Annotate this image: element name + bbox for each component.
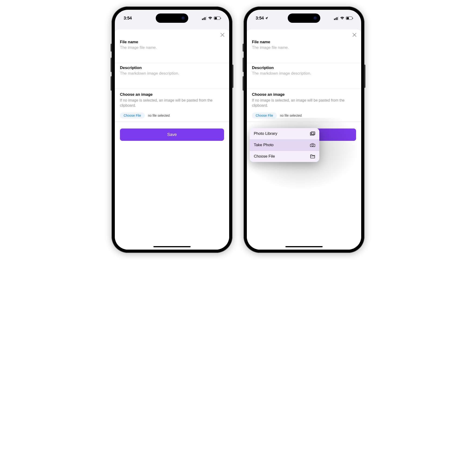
filename-field: File name	[115, 37, 229, 63]
modal-sheet: File name Description Choose an image If…	[247, 30, 361, 250]
svg-point-2	[311, 133, 312, 134]
filename-label: File name	[252, 40, 356, 44]
photos-icon	[310, 131, 315, 136]
filename-input[interactable]	[252, 45, 356, 50]
choose-image-section: Choose an image If no image is selected,…	[115, 89, 229, 122]
status-time: 3:54	[256, 16, 264, 21]
wifi-icon	[208, 17, 212, 20]
filename-label: File name	[120, 40, 224, 44]
close-icon	[353, 33, 356, 37]
cell-signal-icon	[202, 17, 207, 20]
side-button	[111, 76, 112, 91]
file-picker-menu: Photo Library Take Photo Choose File	[250, 128, 319, 162]
device-frame-left: 3:54 File name Description	[112, 6, 232, 253]
screen-left: 3:54 File name Description	[115, 10, 229, 250]
side-button	[111, 58, 112, 72]
battery-icon	[214, 17, 220, 20]
menu-item-choose-file[interactable]: Choose File	[250, 151, 319, 162]
choose-image-section: Choose an image If no image is selected,…	[247, 89, 361, 122]
menu-item-take-photo[interactable]: Take Photo	[250, 139, 319, 151]
wifi-icon	[340, 17, 344, 20]
save-button[interactable]: Save	[120, 129, 224, 141]
dynamic-island	[156, 14, 188, 23]
side-button	[243, 44, 244, 51]
close-button[interactable]	[352, 32, 357, 37]
filename-input[interactable]	[120, 45, 224, 50]
choose-heading: Choose an image	[252, 92, 356, 97]
side-button	[243, 58, 244, 72]
menu-item-photo-library[interactable]: Photo Library	[250, 128, 319, 139]
battery-icon	[346, 17, 352, 20]
description-label: Description	[120, 66, 224, 70]
description-field: Description	[115, 63, 229, 89]
device-frame-right: 3:54 File name Description	[244, 6, 364, 253]
side-button	[111, 44, 112, 51]
description-label: Description	[252, 66, 356, 70]
side-button	[364, 65, 365, 88]
side-button	[243, 76, 244, 91]
screen-right: 3:54 File name Description	[247, 10, 361, 250]
folder-icon	[310, 154, 315, 159]
description-input[interactable]	[120, 71, 224, 76]
cell-signal-icon	[334, 17, 339, 20]
choose-hint: If no image is selected, an image will b…	[252, 98, 356, 108]
home-indicator[interactable]	[153, 246, 191, 247]
menu-item-label: Take Photo	[254, 143, 273, 147]
choose-heading: Choose an image	[120, 92, 224, 97]
location-icon	[265, 16, 269, 20]
svg-point-3	[312, 145, 313, 146]
close-icon	[221, 33, 224, 37]
menu-item-label: Photo Library	[254, 131, 277, 136]
choose-file-button[interactable]: Choose File	[120, 113, 145, 118]
file-status-text: no file selected	[148, 114, 170, 117]
modal-sheet: File name Description Choose an image If…	[115, 30, 229, 250]
description-input[interactable]	[252, 71, 356, 76]
camera-icon	[310, 143, 315, 147]
choose-hint: If no image is selected, an image will b…	[120, 98, 224, 108]
description-field: Description	[247, 63, 361, 89]
choose-file-button[interactable]: Choose File	[252, 113, 277, 118]
menu-item-label: Choose File	[254, 154, 275, 159]
filename-field: File name	[247, 37, 361, 63]
home-indicator[interactable]	[285, 246, 323, 247]
dynamic-island	[288, 14, 320, 23]
status-time: 3:54	[124, 16, 132, 21]
file-status-text: no file selected	[280, 114, 302, 117]
side-button	[232, 65, 233, 88]
close-button[interactable]	[220, 32, 225, 37]
